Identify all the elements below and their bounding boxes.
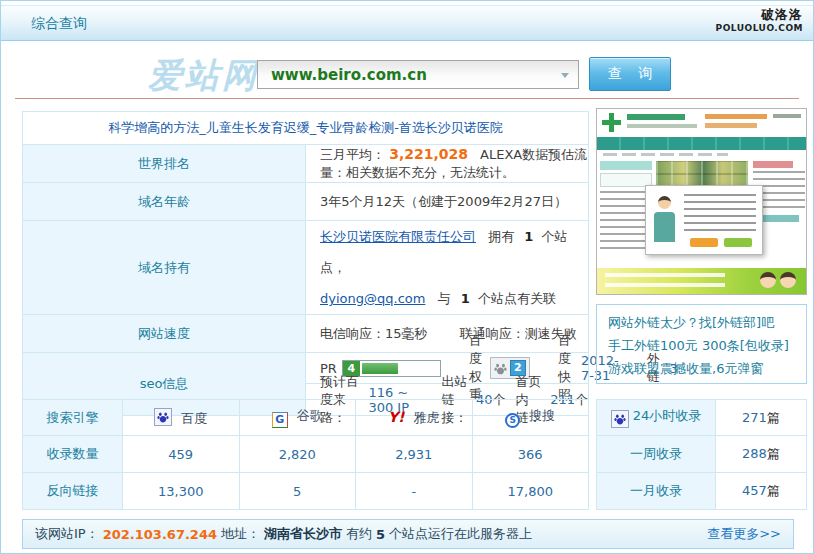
thumbnail-sitename-bar <box>627 114 685 120</box>
banner-child-face-1 <box>760 272 776 288</box>
approx-suf: 个站点运行在此服务器上 <box>389 525 532 543</box>
holder-email-pre: 与 <box>438 291 451 306</box>
query-button[interactable]: 查 询 <box>589 57 671 91</box>
soso-icon: S <box>505 413 520 428</box>
include-24h-label: 24小时收录 <box>633 408 702 423</box>
ad-link-3[interactable]: 游戏联盟震撼收量,6元弹窗 <box>608 357 795 380</box>
backlinks-soso: 17,800 <box>472 473 589 510</box>
baidu-include-table: 24小时收录 271篇 一周收录 288篇 一月收录 457篇 <box>596 399 807 510</box>
holder-email-suf: 个站点有关联 <box>478 291 556 306</box>
thumbnail-consult-popup <box>645 185 763 255</box>
include-month-value-cell: 457篇 <box>716 473 807 510</box>
url-combo-box[interactable] <box>257 60 579 89</box>
address-label: 地址： <box>221 525 260 543</box>
include-week-value-cell: 288篇 <box>716 436 807 473</box>
include-month-label: 一月收录 <box>597 473 716 510</box>
included-google: 2,820 <box>239 436 356 473</box>
thumbnail-site-header <box>597 109 806 137</box>
holder-company-count: 1 <box>524 229 533 244</box>
site-count: 5 <box>376 527 385 542</box>
backlinks-google: 5 <box>239 473 356 510</box>
engine-header-google[interactable]: G 谷歌 <box>239 400 356 436</box>
approx-pre: 有约 <box>346 525 372 543</box>
rank-avg-label: 三月平均： <box>320 147 385 162</box>
thumbnail-phone-bar <box>705 114 767 119</box>
thumbnail-bottom-banner <box>597 268 806 294</box>
popup-text-lines <box>684 194 756 234</box>
domain-age-cell: 3年5个月12天（创建于2009年2月27日） <box>306 183 589 221</box>
rank-value: 3,221,028 <box>389 146 468 162</box>
section-divider <box>15 98 799 99</box>
pagerank-fill <box>362 363 398 374</box>
address-value: 湖南省长沙市 <box>264 525 342 543</box>
included-baidu: 459 <box>123 436 240 473</box>
site-info-table: 科学增高的方法_儿童生长发育迟缓_专业骨龄检测-首选长沙贝诺医院 世界排名 三月… <box>22 111 589 416</box>
speed-telecom: 电信响应：15毫秒 <box>320 326 428 341</box>
backlinks-baidu: 13,300 <box>123 473 240 510</box>
search-engine-table: 搜索引擎 百度 G 谷歌 Y! 雅虎 S 搜搜 收录数量 459 2,820 2… <box>22 399 589 510</box>
engine-table-header-label: 搜索引擎 <box>23 400 123 436</box>
include-month-value: 457 <box>742 483 767 498</box>
dropdown-arrow-icon[interactable] <box>561 73 569 78</box>
header-bar: 综合查询 破洛洛 POLUOLUO.COM <box>1 5 813 41</box>
banner-text-lines <box>605 273 725 289</box>
holder-email-count: 1 <box>461 291 470 306</box>
pagerank-track <box>360 361 440 376</box>
site-title-link[interactable]: 科学增高的方法_儿童生长发育迟缓_专业骨龄检测-首选长沙贝诺医院 <box>108 120 503 135</box>
site-speed-cell: 电信响应：15毫秒 联通响应：测速失败 <box>306 315 589 353</box>
comprehensive-query-page: 综合查询 破洛洛 POLUOLUO.COM 爱站网 查 询 科学增高的方法_儿童… <box>0 0 814 554</box>
ad-link-1[interactable]: 网站外链太少？找[外链部]吧 <box>608 311 795 334</box>
ad-link-2[interactable]: 手工外链100元 300条[包收录] <box>608 334 795 357</box>
holder-company-link[interactable]: 长沙贝诺医院有限责任公司 <box>320 229 476 244</box>
site-title-row: 科学增高的方法_儿童生长发育迟缓_专业骨龄检测-首选长沙贝诺医院 <box>23 112 589 145</box>
include-24h-value: 271 <box>742 410 767 425</box>
world-rank-cell: 三月平均： 3,221,028 ALEXA数据预估流量：相关数据不充分，无法统计… <box>306 145 589 183</box>
baidu-paw-icon <box>611 410 629 428</box>
brand-name-en: POLUOLUO.COM <box>716 23 803 34</box>
server-info-bar: 该网站IP： 202.103.67.244 地址： 湖南省长沙市 有约 5 个站… <box>22 519 794 549</box>
engine-header-soso[interactable]: S 搜搜 <box>472 400 589 436</box>
site-thumbnail-preview[interactable] <box>596 108 807 295</box>
included-yahoo: 2,931 <box>356 436 473 473</box>
hospital-cross-icon <box>602 113 621 132</box>
ip-label: 该网站IP： <box>35 525 99 543</box>
thumbnail-links-bar <box>773 114 801 118</box>
popup-book-button <box>724 238 752 247</box>
paw-icon <box>494 362 507 375</box>
thumbnail-navbar <box>597 137 806 150</box>
url-input[interactable] <box>258 61 550 88</box>
row-label-domain-holder: 域名持有 <box>23 221 306 315</box>
google-g-icon: G <box>272 412 288 428</box>
row-label-world-rank: 世界排名 <box>23 145 306 183</box>
ad-box: 网站外链太少？找[外链部]吧 手工外链100元 300条[包收录] 游戏联盟震撼… <box>596 304 807 384</box>
banner-child-face-2 <box>780 272 796 288</box>
view-more-link[interactable]: 查看更多>> <box>707 525 781 543</box>
brand-logo[interactable]: 破洛洛 POLUOLUO.COM <box>716 7 803 35</box>
thumbnail-content <box>597 159 806 259</box>
brand-name-cn: 破洛洛 <box>716 7 803 23</box>
holder-email-link[interactable]: dyiong@qq.com <box>320 291 425 306</box>
thumbnail-phone-bar2 <box>705 123 757 128</box>
include-24h-value-cell: 271篇 <box>716 400 807 436</box>
domain-holder-cell: 长沙贝诺医院有限责任公司 拥有 1 个站点， dyiong@qq.com 与 1… <box>306 221 589 315</box>
include-week-value: 288 <box>742 446 767 461</box>
holder-company-pre: 拥有 <box>488 229 514 244</box>
nurse-avatar <box>658 196 671 209</box>
row-label-site-speed: 网站速度 <box>23 315 306 353</box>
yahoo-icon: Y! <box>388 409 405 425</box>
row-label-domain-age: 域名年龄 <box>23 183 306 221</box>
backlinks-yahoo: - <box>356 473 473 510</box>
popup-consult-button <box>690 238 718 247</box>
ip-value: 202.103.67.244 <box>103 527 217 542</box>
included-soso: 366 <box>472 436 589 473</box>
baidu-icon <box>154 408 172 426</box>
aizhan-logo: 爱站网 <box>148 53 259 99</box>
page-title: 综合查询 <box>31 15 87 33</box>
engine-header-baidu[interactable]: 百度 <box>123 400 240 436</box>
nurse-body <box>654 212 675 242</box>
thumbnail-breadcrumb <box>597 150 806 159</box>
include-week-label: 一周收录 <box>597 436 716 473</box>
engine-header-yahoo[interactable]: Y! 雅虎 <box>356 400 473 436</box>
include-24h-label-cell: 24小时收录 <box>597 400 716 436</box>
included-count-label: 收录数量 <box>23 436 123 473</box>
